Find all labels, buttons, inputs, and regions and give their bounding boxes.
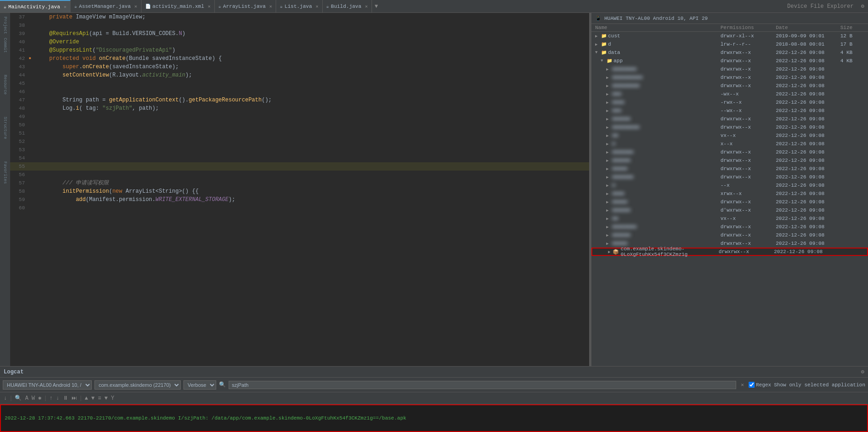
line-num-48: 48 — [10, 104, 29, 112]
action-down-arrow-btn[interactable]: ↓ — [55, 395, 60, 402]
file-row-blurred-16[interactable]: ▶ ■■■■ xrwx--x 2022-12-26 09:08 — [591, 189, 868, 198]
line-content-41: @SuppressLint("DiscouragedPrivateApi") — [34, 46, 589, 54]
file-row-blurred-5[interactable]: ▶ ■■■■ -rwx--x 2022-12-26 09:08 — [591, 98, 868, 107]
perm-b8: drwxrwx--x — [720, 124, 776, 130]
file-row-blurred-1[interactable]: ▶ ■■■■■■■■ drwxrwx--x 2022-12-26 09:08 — [591, 65, 868, 73]
action-up-arrow-btn[interactable]: ↑ — [48, 395, 53, 402]
line-num-44: 44 — [10, 71, 29, 79]
action-A-btn[interactable]: A — [24, 395, 29, 402]
file-table-body[interactable]: ▶ 📁 cust drwxr-xl--x 2019-09-09 09:01 12… — [591, 32, 868, 366]
file-row-blurred-2[interactable]: ▶ ■■■■■■■■■■ drwxrwx--x 2022-12-26 09:08 — [591, 73, 868, 82]
action-search-btn[interactable]: 🔍 — [14, 395, 23, 402]
settings-gear-icon[interactable]: ⚙ — [857, 3, 868, 10]
expand-arrow-cust[interactable]: ▶ — [595, 34, 600, 39]
expand-arrow-app[interactable]: ▼ — [601, 59, 605, 63]
tab-asset-manager[interactable]: ☕ AssetManager.java ✕ — [71, 0, 141, 12]
regex-label: Regex — [749, 382, 771, 388]
logcat-clear-btn[interactable]: ✕ — [739, 382, 746, 388]
perm-b13: drwxrwx--x — [720, 166, 776, 172]
tab-list[interactable]: ☕ List.java ✕ — [276, 0, 322, 12]
file-row-blurred-10[interactable]: ▶ ■ x--x 2022-12-26 09:08 — [591, 140, 868, 148]
date-data: 2022-12-26 09:08 — [776, 50, 840, 55]
action-W-btn[interactable]: W — [31, 395, 36, 402]
expand-arrow-d[interactable]: ▶ — [595, 42, 600, 47]
blurred-name-22: ■■■■■ — [612, 241, 627, 246]
tab-label-4: ArrayList.java — [223, 4, 266, 9]
action-filter-down-btn[interactable]: ▼ — [103, 395, 108, 402]
action-asterisk-btn[interactable]: ✱ — [37, 395, 42, 402]
file-row-blurred-3[interactable]: ▶ ■■■■■■■■■ drwxrwx--x 2022-12-26 09:08 — [591, 82, 868, 90]
action-skip-btn[interactable]: ⏭ — [71, 395, 78, 402]
line-num-41: 41 — [10, 46, 29, 54]
action-funnel-btn[interactable]: Y — [110, 395, 115, 402]
tab-close-5[interactable]: ✕ — [316, 4, 319, 9]
sidebar-favorites-icon[interactable]: Favorites — [3, 160, 7, 186]
code-line-40: 40 @Override — [10, 38, 589, 46]
file-row-blurred-12[interactable]: ▶ ■■■■■■ drwxrwx--x 2022-12-26 09:08 — [591, 156, 868, 165]
date-skindemo: 2022-12-26 09:08 — [774, 249, 838, 254]
file-row-blurred-4[interactable]: ▶ ■■■ -wx--x 2022-12-26 09:08 — [591, 90, 868, 98]
sidebar-structure-icon[interactable]: Structure — [3, 115, 7, 141]
file-row-blurred-14[interactable]: ▶ ■■■■■■■ drwxrwx--x 2022-12-26 09:08 — [591, 173, 868, 181]
file-row-blurred-19[interactable]: ▶ ■■ vx--x 2022-12-26 09:08 — [591, 214, 868, 223]
file-row-blurred-15[interactable]: ▶ ■ --x 2022-12-26 09:08 — [591, 181, 868, 189]
file-name-app: app — [614, 58, 623, 64]
line-content-43: super.onCreate(savedInstanceState); — [34, 63, 589, 71]
tab-build[interactable]: ☕ Build.java ✕ — [323, 0, 372, 12]
file-row-blurred-18[interactable]: ▶ ■■■■■■ d'wxrwx--x 2022-12-26 09:08 — [591, 206, 868, 214]
code-scroll-area[interactable]: 37 private ImageView mImageView; 38 39 @… — [10, 13, 589, 366]
blurred-name-1: ■■■■■■■■ — [612, 66, 637, 72]
regex-checkbox[interactable] — [749, 382, 755, 388]
line-num-53: 53 — [10, 146, 29, 154]
tab-close-2[interactable]: ✕ — [135, 4, 137, 9]
file-row-blurred-8[interactable]: ▶ ■■■■■■■■■ drwxrwx--x 2022-12-26 09:08 — [591, 123, 868, 131]
tab-close-3[interactable]: ✕ — [208, 4, 211, 9]
tab-arraylist[interactable]: ☕ ArrayList.java ✕ — [215, 0, 276, 12]
file-row-blurred-13[interactable]: ▶ ■■■■■ drwxrwx--x 2022-12-26 09:08 — [591, 165, 868, 173]
action-triangle-up-btn[interactable]: ▲ — [84, 395, 89, 402]
file-row-cust[interactable]: ▶ 📁 cust drwxr-xl--x 2019-09-09 09:01 12… — [591, 32, 868, 40]
tab-close-4[interactable]: ✕ — [269, 4, 272, 9]
device-bar: 📱 HUAWEI TNY-AL00 Android 10, API 29 — [591, 13, 868, 24]
file-row-blurred-11[interactable]: ▶ ■■■■■■■ drwxrwx--x 2022-12-26 09:08 — [591, 148, 868, 156]
tab-close-6[interactable]: ✕ — [365, 4, 368, 9]
logcat-app-select[interactable]: com.example.skindemo (22170) — [94, 380, 181, 390]
tab-overflow-btn[interactable]: ▼ — [372, 3, 381, 10]
tab-label-5: List.java — [284, 4, 312, 9]
tab-label: MainActivity.java — [8, 4, 60, 10]
sidebar-project-icon[interactable]: Project — [3, 15, 7, 36]
line-num-50: 50 — [10, 121, 29, 129]
file-row-data[interactable]: ▼ 📁 data drwxrwx--x 2022-12-26 09:08 4 K… — [591, 48, 868, 57]
logcat-search-input[interactable] — [229, 381, 736, 389]
file-row-data-app[interactable]: ▼ 📁 app drwxrwx--x 2022-12-26 09:08 4 KB — [591, 57, 868, 65]
action-triangle-down-btn[interactable]: ▼ — [90, 395, 95, 402]
action-pause-btn[interactable]: ⏸ — [62, 395, 69, 402]
file-row-skindemo[interactable]: ▶ 📦 com.example.skindemo-0LoXgFtuhKx54f3… — [591, 248, 868, 256]
line-num-59: 59 — [10, 195, 29, 204]
tab-main-activity[interactable]: ☕ MainActivity.java ✕ — [0, 0, 71, 12]
blurred-name-12: ■■■■■■ — [612, 158, 631, 163]
action-filter-btn[interactable]: ≡ — [97, 395, 102, 402]
sidebar-resource-icon[interactable]: Resource — [3, 73, 7, 96]
file-row-d[interactable]: ▶ 📁 d lrw-r--r-- 2018-08-08 00:01 17 B — [591, 40, 868, 48]
sidebar-commit-icon[interactable]: Commit — [3, 36, 7, 54]
perm-b6: --wx--x — [720, 108, 776, 113]
file-row-blurred-17[interactable]: ▶ ■■■■■ drwxrwx--x 2022-12-26 09:08 — [591, 198, 868, 206]
file-row-blurred-7[interactable]: ▶ ■■■■■■ drwxrwx--x 2022-12-26 09:08 — [591, 115, 868, 123]
file-row-blurred-9[interactable]: ▶ ■■ vx--x 2022-12-26 09:08 — [591, 131, 868, 140]
logcat-gear-icon[interactable]: ⚙ — [861, 368, 864, 375]
file-row-blurred-21[interactable]: ▶ ■■■■■■ drwxrwx--x 2022-12-26 09:08 — [591, 231, 868, 239]
size-cust: 12 B — [840, 33, 868, 39]
expand-arrow-data[interactable]: ▼ — [595, 50, 600, 55]
logcat-level-select[interactable]: Verbose — [183, 380, 216, 390]
tab-close-main-activity[interactable]: ✕ — [64, 4, 66, 10]
file-table-header: Name Permissions Date Size — [591, 24, 868, 32]
code-line-42: 42 ● protected void onCreate(Bundle save… — [10, 54, 589, 63]
file-row-blurred-20[interactable]: ▶ ■■■■■■■■ drwxrwx--x 2022-12-26 09:08 — [591, 223, 868, 231]
show-only-selected-label: Show only selected application — [774, 382, 865, 388]
file-row-blurred-6[interactable]: ▶ ■■■ --wx--x 2022-12-26 09:08 — [591, 107, 868, 115]
logcat-device-select[interactable]: HUAWEI TNY-AL00 Android 10, / — [3, 380, 92, 390]
action-down-btn[interactable]: ↓ — [3, 395, 8, 402]
tab-activity-xml[interactable]: 📄 activity_main.xml ✕ — [142, 0, 215, 12]
java-icon-5: ☕ — [326, 4, 329, 9]
